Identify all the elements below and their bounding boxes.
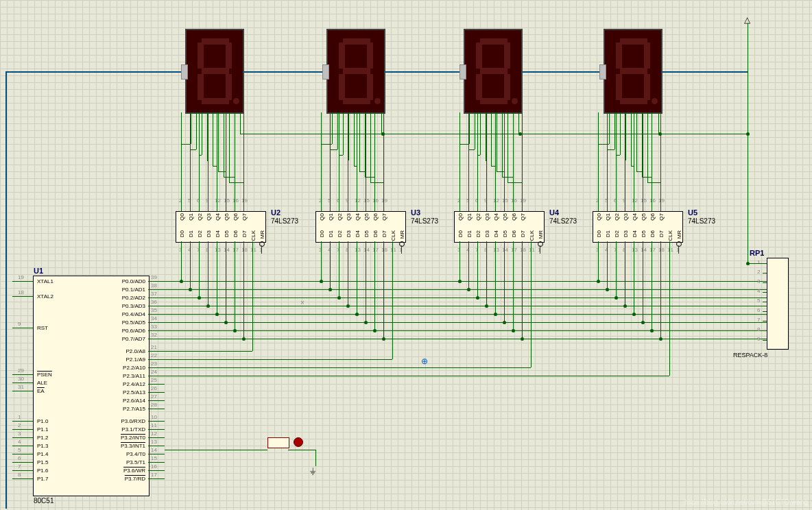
schematic-canvas[interactable]: △ [279,487,687,889] U2 74LS273 U3 74LS27… — [0, 0, 812, 510]
u1-pin-num: 38 — [151, 282, 157, 289]
u1-pin-label: P3.2/INT0 — [107, 435, 145, 441]
latch-pin-num: 12 — [215, 197, 221, 204]
latch-pin-q: Q3 — [484, 213, 490, 221]
latch-pin-num: 14 — [502, 247, 508, 253]
u1-pin-label: P0.5/AD5 — [107, 319, 145, 326]
watermark: https://blog.csdn.net/cum@51CTO.wang — [684, 498, 808, 506]
u1-pin-num: 3 — [18, 430, 21, 437]
latch-pin-num: 19 — [381, 197, 387, 204]
latch-pin-num: 19 — [520, 197, 526, 204]
u1-pin-num: 21 — [151, 344, 157, 350]
latch-pin-num: 11 — [667, 247, 673, 253]
latch-pin-d: D3 — [206, 230, 212, 237]
latch-pin-d: D5 — [363, 230, 370, 237]
latch-pin-q: Q0 — [179, 213, 185, 221]
latch-pin-num: 19 — [241, 197, 248, 204]
latch-pin-d: D6 — [649, 230, 656, 237]
latch-pin-num: 16 — [649, 197, 656, 204]
u1-pin-label: XTAL2 — [37, 293, 53, 300]
u1-pin-num: 13 — [151, 439, 157, 445]
u1-pin-num: 10 — [151, 414, 157, 420]
latch-pin-d: D0 — [179, 230, 185, 237]
latch-pin-q: Q1 — [605, 213, 611, 221]
pushbutton[interactable] — [267, 437, 289, 448]
u1-pin-num: 36 — [151, 299, 157, 305]
latch-pin-num: 15 — [641, 197, 647, 204]
latch-pin-num: 16 — [232, 197, 239, 204]
u1-pin-label: P1.4 — [37, 451, 48, 457]
latch-pin-q: Q5 — [224, 213, 230, 221]
latch-pin-q: Q0 — [319, 213, 325, 221]
latch-pin-d: D7 — [520, 230, 526, 237]
latch-pin-q: Q1 — [188, 213, 194, 221]
u1-pin-num: 24 — [151, 369, 157, 375]
u1-pin-label: P2.0/A8 — [107, 348, 145, 354]
latch-pin-num: 19 — [658, 197, 665, 204]
latch-pin-num: 17 — [511, 247, 517, 253]
latch-pin-num: 14 — [224, 247, 230, 253]
latch-pin-num: 18 — [241, 247, 248, 253]
led-icon — [294, 437, 303, 447]
latch-pin-q: Q4 — [493, 213, 499, 221]
u1-pin-label: P2.3/A11 — [107, 373, 145, 379]
u1-pin-label: P1.2 — [37, 435, 48, 441]
latch-pin-num: 18 — [381, 247, 387, 253]
latch-pin-q: Q3 — [623, 213, 629, 221]
latch-pin-d: D7 — [381, 230, 387, 237]
u1-pin-label: P3.1/TXD — [107, 426, 145, 433]
u1-pin-label: P3.4/T0 — [107, 451, 145, 457]
u1-pin-num: 33 — [151, 324, 157, 330]
u1-pin-num: 4 — [18, 439, 21, 445]
rp1-respack[interactable]: RP1 RESPACK-8 — [767, 258, 789, 350]
u1-pin-num: 30 — [18, 376, 24, 382]
u1-pin-num: 19 — [18, 274, 24, 280]
u1-pin-label: P1.6 — [37, 467, 48, 474]
latch-pin-d: CLK — [667, 230, 673, 241]
rp1-pin: 4 — [757, 288, 760, 294]
rp1-pin: 3 — [757, 278, 760, 284]
u1-pin-num: 1 — [18, 414, 21, 420]
latch-pin-d: MR — [538, 230, 544, 239]
latch-pin-d: D1 — [328, 230, 334, 237]
u1-pin-num: 32 — [151, 332, 157, 338]
latch-pin-d: D2 — [197, 230, 203, 237]
latch-pin-q: Q5 — [363, 213, 370, 221]
u1-pin-label: P1.3 — [37, 443, 48, 449]
latch-pin-q: Q7 — [658, 213, 665, 221]
rp1-pin: 5 — [757, 298, 760, 304]
latch-pin-num: 12 — [632, 197, 638, 204]
latch-pin-num: 14 — [641, 247, 647, 253]
latch-pin-d: D6 — [511, 230, 517, 237]
seven-segment-display-1[interactable] — [185, 29, 244, 114]
latch-pin-d: D7 — [658, 230, 665, 237]
latch-pin-d: D1 — [188, 230, 194, 237]
latch-pin-q: Q4 — [355, 213, 361, 221]
latch-pin-q: Q7 — [381, 213, 387, 221]
latch-pin-num: 18 — [658, 247, 665, 253]
latch-pin-d: D4 — [493, 230, 499, 237]
latch-pin-d: D1 — [605, 230, 611, 237]
u1-pin-label: P1.0 — [37, 418, 48, 424]
seven-segment-display-2[interactable] — [326, 29, 385, 114]
latch-pin-d: D4 — [355, 230, 361, 237]
u1-pin-label: P0.3/AD3 — [107, 303, 145, 309]
latch-pin-num: 15 — [224, 197, 230, 204]
seven-segment-display-3[interactable] — [464, 29, 523, 114]
u1-pin-label: P0.6/AD6 — [107, 328, 145, 334]
latch-pin-d: D0 — [596, 230, 602, 237]
u1-pin-label: P2.4/A12 — [107, 381, 145, 387]
u1-pin-num: 9 — [18, 321, 21, 327]
latch-pin-q: Q3 — [206, 213, 212, 221]
u1-pin-label: P3.3/INT1 — [107, 443, 145, 449]
latch-pin-d: D5 — [224, 230, 230, 237]
latch-pin-q: Q2 — [197, 213, 203, 221]
latch-pin-q: Q2 — [614, 213, 620, 221]
u1-pin-num: 18 — [18, 289, 24, 295]
seven-segment-display-4[interactable] — [604, 29, 662, 114]
rp1-pin: 9 — [757, 336, 760, 342]
u1-pin-label: P2.5/A13 — [107, 389, 145, 396]
latch-pin-q: Q5 — [502, 213, 508, 221]
u1-pin-num: 7 — [18, 463, 21, 470]
latch-pin-d: D3 — [484, 230, 490, 237]
u1-pin-num: 8 — [18, 472, 21, 478]
